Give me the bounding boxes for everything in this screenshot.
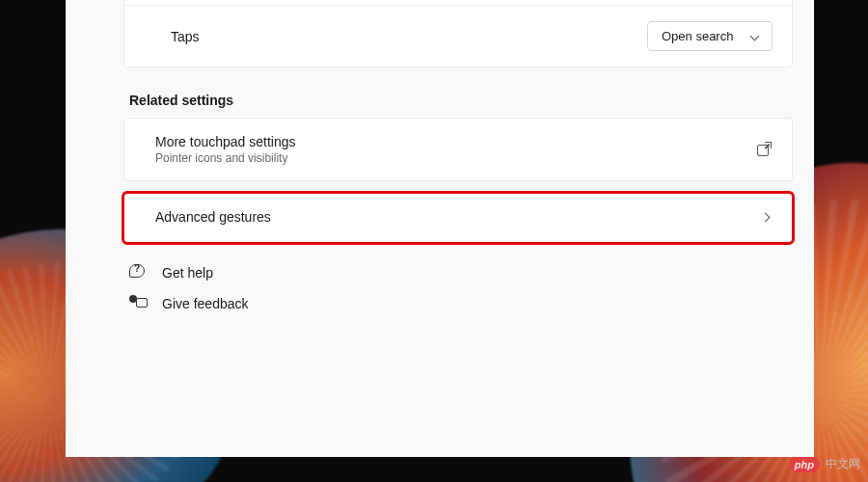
open-external-icon — [757, 143, 771, 156]
footer-links: Get help Give feedback — [129, 264, 793, 312]
related-settings-header: Related settings — [129, 93, 793, 108]
row-title: Advanced gestures — [155, 209, 271, 225]
advanced-gestures-row[interactable]: Advanced gestures — [124, 194, 792, 242]
feedback-icon — [129, 295, 147, 312]
row-title: More touchpad settings — [155, 134, 296, 149]
watermark-text: 中文网 — [826, 456, 860, 472]
link-label: Give feedback — [162, 296, 249, 311]
help-icon — [129, 264, 147, 281]
watermark-badge: php — [789, 457, 820, 472]
settings-content: Switch apps Taps Open search Related set… — [123, 0, 802, 457]
chevron-down-icon — [750, 32, 760, 41]
give-feedback-link[interactable]: Give feedback — [129, 295, 793, 312]
chevron-right-icon — [761, 213, 771, 223]
row-subtitle: Pointer icons and visibility — [155, 151, 296, 165]
taps-label: Taps — [171, 29, 200, 44]
more-touchpad-settings-row[interactable]: More touchpad settings Pointer icons and… — [124, 119, 792, 180]
link-label: Get help — [162, 265, 213, 281]
taps-dropdown[interactable]: Open search — [647, 21, 773, 51]
more-touchpad-card: More touchpad settings Pointer icons and… — [123, 118, 793, 181]
advanced-gestures-card: Advanced gestures — [123, 193, 793, 243]
dropdown-value: Open search — [662, 29, 733, 43]
watermark: php 中文网 — [789, 456, 860, 472]
taps-setting-row: Taps Open search — [124, 5, 792, 67]
get-help-link[interactable]: Get help — [129, 264, 793, 281]
touchpad-gestures-card: Switch apps Taps Open search — [123, 0, 793, 67]
settings-window: Switch apps Taps Open search Related set… — [66, 0, 814, 457]
